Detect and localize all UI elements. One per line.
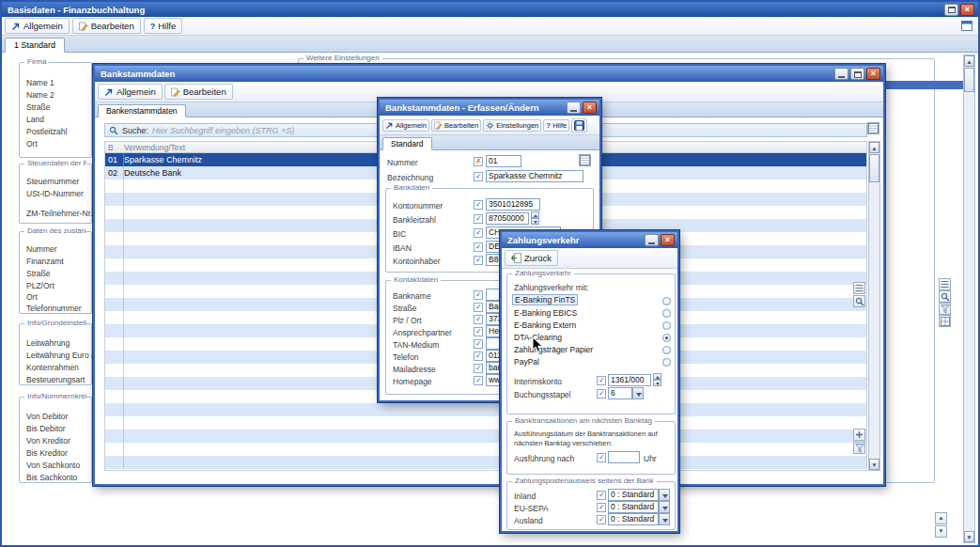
minimize-button[interactable]	[834, 68, 848, 80]
filter-icon[interactable]	[939, 303, 951, 315]
field-check-icon[interactable]	[474, 327, 483, 336]
field-check-icon[interactable]	[597, 515, 606, 524]
field-check-icon[interactable]	[474, 376, 483, 385]
close-button[interactable]: ×	[866, 68, 880, 80]
interimskonto-input[interactable]: 1361/000	[608, 374, 651, 386]
field-check-icon[interactable]	[474, 256, 483, 265]
option-paypal[interactable]: PayPal	[514, 357, 539, 367]
ausland-dropdown-icon[interactable]	[659, 513, 670, 525]
allgemein-button[interactable]: Allgemein	[382, 119, 429, 132]
tab-standard[interactable]: Standard	[382, 137, 432, 150]
scrollbar-thumb[interactable]	[964, 68, 974, 92]
field-check-icon[interactable]	[474, 200, 483, 210]
nummer-input[interactable]: 01	[486, 155, 521, 167]
search-tool-icon[interactable]	[853, 295, 865, 307]
table-scrollbar[interactable]: ▲ ▼	[868, 141, 880, 471]
field-check-icon[interactable]	[474, 315, 483, 324]
column-header-text[interactable]: Verwendung/Text	[124, 143, 185, 152]
field-state-icon[interactable]	[474, 157, 483, 166]
buchungsstapel-input[interactable]: 6	[608, 387, 632, 399]
kontonummer-input[interactable]: 3501012895	[486, 198, 540, 211]
field-check-icon[interactable]	[474, 364, 483, 373]
hilfe-button[interactable]: ? Hilfe	[543, 119, 569, 132]
field-check-icon[interactable]	[597, 503, 606, 512]
table-row[interactable]	[105, 403, 866, 416]
nav-down-icon[interactable]: ▼	[935, 525, 947, 538]
save-button[interactable]	[571, 118, 587, 133]
allgemein-button[interactable]: Allgemein	[98, 84, 163, 100]
bearbeiten-button[interactable]: Bearbeiten	[164, 84, 233, 100]
field-check-icon[interactable]	[597, 453, 606, 462]
minimize-button[interactable]	[645, 234, 659, 246]
list-icon[interactable]	[853, 282, 865, 294]
search-icon[interactable]	[939, 290, 951, 303]
table-row[interactable]	[105, 443, 866, 456]
nav-up-icon[interactable]: ▲	[935, 512, 947, 524]
option-zahlungstraeger-papier[interactable]: Zahlungsträger Papier	[514, 345, 593, 354]
eu-sepa-dropdown-icon[interactable]	[659, 501, 670, 513]
window-icon[interactable]	[961, 21, 972, 31]
radio-e-banking-ebics[interactable]	[662, 309, 671, 318]
radio-e-banking-fints[interactable]	[662, 297, 671, 305]
field-check-icon[interactable]	[474, 214, 483, 224]
field-check-icon[interactable]	[474, 290, 483, 300]
close-button[interactable]: ×	[583, 102, 597, 114]
column-header-b[interactable]: B	[105, 143, 124, 152]
scroll-down-icon[interactable]: ▼	[964, 531, 974, 542]
radio-e-banking-extern[interactable]	[662, 321, 671, 330]
field-check-icon[interactable]	[597, 389, 606, 399]
bankleitzahl-input[interactable]: 87050000	[486, 212, 529, 225]
radio-dta-clearing[interactable]	[662, 334, 671, 342]
ausland-select[interactable]: 0 : Standard	[608, 513, 659, 525]
hilfe-button[interactable]: ? Hilfe	[144, 18, 183, 34]
tab-standard[interactable]: 1 Standard	[5, 38, 65, 53]
field-check-icon[interactable]	[474, 352, 483, 361]
bankleitzahl-stepper[interactable]	[531, 211, 539, 225]
field-check-icon[interactable]	[474, 303, 483, 312]
filter-icon[interactable]	[853, 442, 865, 454]
grid-icon[interactable]	[939, 315, 951, 327]
main-titlebar[interactable]: Basisdaten - Finanzbuchhaltung ×	[2, 2, 978, 17]
field-check-icon[interactable]	[474, 242, 483, 252]
table-row[interactable]	[105, 456, 866, 469]
minimize-button[interactable]	[567, 102, 581, 114]
einstellungen-button[interactable]: Einstellungen	[483, 119, 541, 132]
tab-bankenstammdaten[interactable]: Bankenstammdaten	[98, 104, 186, 117]
table-row[interactable]	[105, 416, 866, 430]
zahlungsverkehr-titlebar[interactable]: Zahlungsverkehr ×	[502, 232, 677, 248]
field-check-icon[interactable]	[474, 172, 483, 181]
field-check-icon[interactable]	[474, 339, 483, 349]
option-e-banking-fints[interactable]: E-Banking FinTS	[512, 294, 578, 305]
form-view-icon[interactable]	[579, 154, 591, 166]
zoom-in-icon[interactable]	[853, 429, 865, 441]
radio-paypal[interactable]	[662, 358, 671, 367]
field-check-icon[interactable]	[474, 228, 483, 238]
bezeichnung-input[interactable]: Sparkasse Chemnitz	[486, 170, 583, 182]
bearbeiten-button[interactable]: Bearbeiten	[72, 18, 141, 34]
allgemein-button[interactable]: Allgemein	[5, 18, 70, 34]
field-check-icon[interactable]	[597, 376, 606, 385]
scroll-up-icon[interactable]: ▲	[869, 142, 879, 153]
bearbeiten-button[interactable]: Bearbeiten	[431, 119, 481, 132]
field-check-icon[interactable]	[597, 491, 606, 500]
buchungsstapel-dropdown-icon[interactable]	[632, 387, 644, 399]
option-e-banking-ebics[interactable]: E-Banking EBICS	[514, 308, 577, 318]
erfassen-titlebar[interactable]: Bankstammdaten - Erfassen/Ändern ×	[380, 100, 599, 116]
close-button[interactable]: ×	[960, 4, 974, 16]
maximize-button[interactable]	[850, 68, 864, 80]
main-scrollbar[interactable]: ▲ ▼	[963, 55, 975, 543]
inland-select[interactable]: 0 : Standard	[608, 489, 659, 501]
option-e-banking-extern[interactable]: E-Banking Extern	[514, 320, 576, 330]
table-row[interactable]	[105, 430, 866, 443]
ausfuehrung-input[interactable]	[608, 451, 640, 463]
maximize-button[interactable]	[944, 4, 958, 16]
eu-sepa-select[interactable]: 0 : Standard	[608, 501, 659, 513]
close-button[interactable]: ×	[661, 234, 675, 246]
scroll-up-icon[interactable]: ▲	[964, 55, 974, 67]
list-icon[interactable]	[939, 278, 951, 290]
inland-dropdown-icon[interactable]	[659, 489, 670, 501]
zurueck-button[interactable]: Zurück	[505, 250, 558, 266]
bankstammdaten-titlebar[interactable]: Bankstammdaten ×	[95, 66, 883, 82]
form-view-icon[interactable]	[867, 122, 879, 134]
scroll-down-icon[interactable]: ▼	[869, 459, 879, 470]
